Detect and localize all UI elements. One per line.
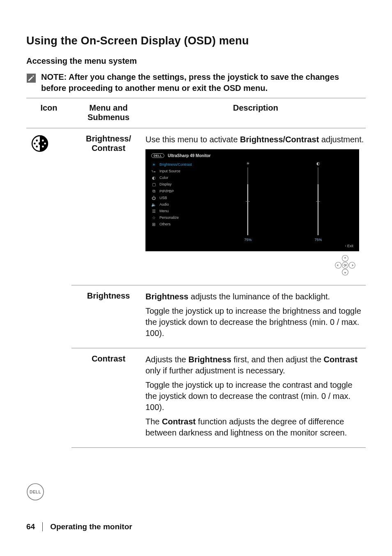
menu-name: Brightness/ Contrast (71, 134, 145, 153)
osd-slider-track (318, 167, 318, 235)
page-number: 64 (26, 522, 35, 531)
dell-badge-icon: DELL (151, 153, 164, 158)
osd-sliders-area: ☀75%◐75% (213, 161, 353, 243)
osd-menu-item-label: Others (159, 222, 171, 226)
osd-menu-item: ☆Personalize (151, 214, 213, 221)
footer-divider (42, 522, 43, 531)
osd-menu-item-icon: ⧉ (151, 189, 156, 194)
osd-menu-item: ⧉PIP/PBP (151, 188, 213, 195)
osd-menu-item-icon: ⮑ (151, 169, 156, 174)
svg-point-11 (335, 262, 341, 269)
page-title: Using the On-Screen Display (OSD) menu (26, 35, 366, 47)
osd-slider-icon: ◐ (316, 161, 320, 166)
pencil-note-icon (26, 73, 36, 83)
desc-bold: Contrast (162, 417, 196, 426)
osd-slider-value: 75% (314, 238, 322, 242)
osd-menu-item-icon: ⏻ (151, 196, 156, 200)
note-label: NOTE: (41, 72, 67, 81)
footer-section-title: Operating the monitor (50, 522, 132, 531)
osd-menu-item: ☀Brightness/Contrast (151, 161, 213, 168)
desc-text: adjusts the luminance of the backlight. (188, 292, 330, 301)
divider (71, 447, 366, 448)
svg-point-6 (44, 143, 46, 145)
divider (71, 348, 366, 348)
dell-logo: DELL (26, 483, 44, 503)
desc-text: adjustment. (319, 135, 364, 144)
note-callout: NOTE: After you change the settings, pre… (26, 72, 366, 94)
osd-menu-item-icon: 🔈 (151, 202, 156, 207)
desc-text: The (145, 417, 162, 426)
osd-menu-item-label: Audio (159, 202, 169, 206)
divider (71, 285, 366, 285)
osd-menu-item-icon: ☀ (151, 162, 156, 167)
osd-menu-item: ◐Color (151, 174, 213, 181)
svg-point-9 (342, 255, 348, 262)
osd-menu-item-label: Menu (159, 209, 169, 213)
desc-text: Use this menu to activate (145, 135, 240, 144)
svg-point-3 (34, 143, 36, 145)
svg-point-4 (36, 146, 38, 148)
desc-text: Adjusts the (145, 355, 189, 364)
osd-slider-icon: ☀ (246, 161, 250, 166)
svg-point-2 (36, 139, 38, 141)
desc-text: Toggle the joystick up to increase the c… (145, 380, 366, 413)
osd-exit-hint: ‹ Exit (345, 244, 353, 248)
joystick-nav-icon (334, 254, 357, 277)
osd-menu-item-label: Display (159, 182, 172, 186)
osd-menu-item: 🔈Audio (151, 201, 213, 208)
osd-menu-item-label: USB (159, 196, 167, 200)
osd-menu-item-icon: ☆ (151, 215, 156, 220)
svg-point-5 (42, 139, 44, 141)
osd-menu-item: ⮑Input Source (151, 168, 213, 174)
svg-point-7 (42, 146, 44, 148)
osd-reference-table: Icon Menu and Submenus Description (26, 101, 366, 448)
osd-menu-item-label: Input Source (159, 169, 180, 173)
osd-menu-item: ⊞Others (151, 221, 213, 227)
subsection-title: Accessing the menu system (26, 56, 366, 66)
brightness-contrast-icon (31, 135, 48, 152)
desc-bold: Brightness (189, 355, 231, 364)
menu-name: Brightness (71, 291, 145, 301)
osd-product-name: UltraSharp 49 Monitor (168, 153, 210, 158)
osd-menu-item: ☰Menu (151, 208, 213, 214)
divider (26, 98, 366, 98)
osd-menu-list: ☀Brightness/Contrast⮑Input Source◐Color▢… (151, 161, 213, 243)
desc-bold: Brightness/Contrast (240, 135, 319, 144)
osd-slider: ☀75% (244, 161, 251, 242)
svg-point-12 (349, 262, 355, 269)
osd-menu-item: ⏻USB (151, 195, 213, 201)
page-footer: 64 Operating the monitor (26, 522, 366, 531)
desc-bold: Brightness (145, 292, 188, 301)
osd-menu-item-label: PIP/PBP (159, 189, 174, 193)
osd-menu-item-label: Personalize (159, 215, 179, 220)
osd-slider-value: 75% (244, 238, 251, 242)
osd-screenshot: DELL UltraSharp 49 Monitor ☀Brightness/C… (145, 149, 359, 277)
desc-text: Toggle the joystick up to increase the b… (145, 306, 366, 339)
svg-text:DELL: DELL (30, 490, 41, 494)
table-row: Brightness Brightness adjusts the lumina… (26, 288, 366, 345)
osd-slider: ◐75% (314, 161, 322, 242)
th-desc: Description (145, 103, 366, 122)
svg-point-13 (342, 262, 348, 269)
table-row: Brightness/ Contrast Use this menu to ac… (26, 131, 366, 283)
divider (26, 128, 366, 128)
table-row: Contrast Adjusts the Brightness first, a… (26, 351, 366, 445)
th-icon: Icon (26, 103, 71, 122)
svg-point-8 (39, 142, 41, 145)
osd-menu-item-icon: ⊞ (151, 222, 156, 227)
menu-name: Contrast (71, 354, 145, 364)
desc-text: first, and then adjust the (231, 355, 324, 364)
osd-menu-item: ▢Display (151, 181, 213, 188)
osd-menu-item-icon: ☰ (151, 209, 156, 213)
note-body: After you change the settings, press the… (41, 72, 339, 93)
desc-text: only if further adjustment is necessary. (145, 366, 285, 375)
osd-menu-item-label: Brightness/Contrast (159, 162, 192, 167)
th-menu: Menu and Submenus (71, 103, 145, 122)
desc-bold: Contrast (324, 355, 357, 364)
osd-menu-item-icon: ▢ (151, 182, 156, 187)
osd-menu-item-label: Color (159, 176, 168, 180)
osd-slider-track (247, 167, 248, 235)
svg-point-10 (342, 269, 348, 275)
osd-menu-item-icon: ◐ (151, 176, 156, 180)
